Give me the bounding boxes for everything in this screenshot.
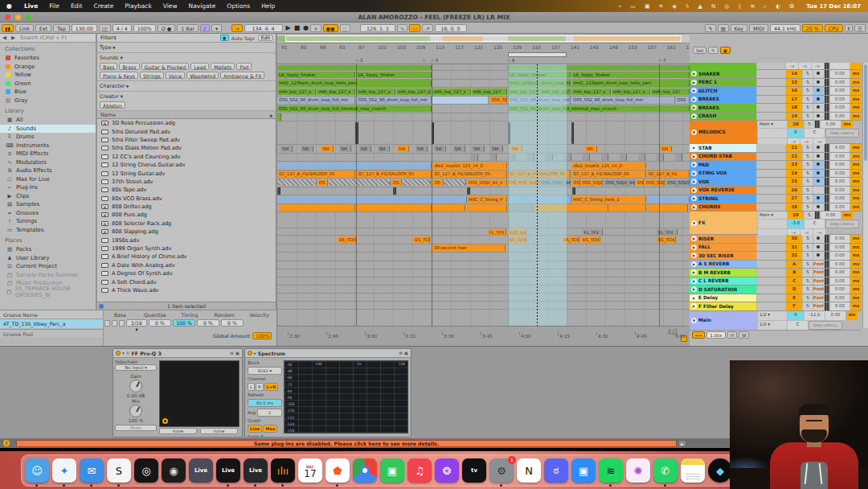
- arrangement-track-row[interactable]: GT_127_B_FILTERLOOP_05GT_127_B_FILTERLOO…: [277, 171, 690, 179]
- sidebar-item-all[interactable]: ▦All: [0, 116, 96, 125]
- overview-viewport[interactable]: [285, 35, 681, 42]
- dock-icon-disc-app[interactable]: ◉: [162, 458, 186, 483]
- arrangement-track-row[interactable]: SMSMSMSMSMSMSMSMSMSMSMSMSMSMSM: [277, 145, 690, 154]
- filter-character-row[interactable]: Character ▸: [97, 81, 276, 92]
- sidebar-item-sounds[interactable]: ♪Sounds: [0, 125, 96, 134]
- name-column-header[interactable]: Name ▲: [97, 111, 276, 119]
- loop-length-field[interactable]: 16. 0. 0: [435, 24, 467, 32]
- arm-button[interactable]: [813, 252, 824, 260]
- post-fader-toggle[interactable]: Post: [813, 294, 824, 302]
- track-row[interactable]: ▶FALL31S0.00ms: [690, 244, 862, 253]
- wrench-icon[interactable]: ✛: [126, 351, 130, 355]
- file-item[interactable]: A Thick Wave.adv: [97, 286, 276, 294]
- dock-icon-facetime[interactable]: ▣: [380, 458, 404, 483]
- solo-button[interactable]: S: [803, 79, 813, 87]
- latency-unit[interactable]: ms: [850, 203, 862, 212]
- clip[interactable]: SM: [585, 146, 597, 153]
- sound-tag[interactable]: Ambience & FX: [220, 72, 264, 79]
- clip[interactable]: SM: [416, 146, 428, 153]
- groove-quantize-field[interactable]: 0 %: [149, 319, 171, 327]
- groove-velocity-field[interactable]: 0 %: [221, 319, 244, 327]
- clip[interactable]: [535, 204, 572, 212]
- fold-icon[interactable]: ▾: [122, 351, 125, 355]
- clip[interactable]: [508, 196, 571, 203]
- place-user-library[interactable]: ♟User Library: [0, 254, 96, 263]
- arm-button[interactable]: [813, 235, 824, 243]
- clip[interactable]: OSS: [676, 97, 690, 104]
- filter-creator-row[interactable]: Creator ▾ Ableton: [97, 92, 276, 111]
- latency-field[interactable]: 0.00: [830, 178, 850, 186]
- latency-unit[interactable]: ms: [841, 212, 853, 219]
- arrangement-track-row[interactable]: FL_TFX123_NoiFL_TFXFL_TFX: [277, 228, 690, 236]
- pan-field[interactable]: C: [788, 321, 808, 330]
- clip[interactable]: rmt1_123bpm_drum_loop_hello: [508, 80, 571, 87]
- track-row[interactable]: ▶STING VOX24S0.00ms: [690, 170, 862, 179]
- clip[interactable]: SM: [359, 146, 371, 153]
- track-row[interactable]: ▶E DelayESPost0.00ms: [690, 294, 862, 303]
- arm-button[interactable]: [813, 144, 824, 152]
- track-name-breaks[interactable]: ▶BREAKS: [690, 104, 756, 112]
- save-groove-icon[interactable]: [112, 320, 117, 327]
- latency-field[interactable]: 0.00: [825, 311, 845, 320]
- arrangement-track-row[interactable]: [277, 294, 690, 302]
- track-name-f-filter-delay[interactable]: ▶F Filter Delay: [690, 302, 756, 310]
- track-row[interactable]: ▼MELODICSMain ▾20S0.00ms 0CKeep Latency …: [690, 121, 862, 144]
- arrangement-track-row[interactable]: ES_TCHES_TCHES_TCHES_TCHES_TCHES_TCH: [277, 236, 690, 244]
- track-row[interactable]: ▶PAD23S0.00ms: [690, 161, 862, 170]
- latency-field[interactable]: 0.00: [830, 277, 850, 286]
- clip[interactable]: [471, 154, 478, 161]
- dock-icon-kaleidoscope[interactable]: ✺: [626, 458, 650, 483]
- place-packs[interactable]: ▧Packs: [0, 245, 96, 254]
- latency-unit[interactable]: ms: [850, 269, 862, 277]
- clip[interactable]: [277, 179, 317, 187]
- diamond-icon[interactable]: ◈: [668, 3, 680, 10]
- automation-arm-button[interactable]: ●●: [323, 24, 338, 32]
- beat-time-ruler[interactable]: 8185899397101105109113117121125129133137…: [277, 44, 690, 52]
- clip[interactable]: [277, 65, 432, 70]
- play-button[interactable]: ▶: [286, 24, 291, 31]
- midi-map-button[interactable]: MIDI: [749, 24, 768, 32]
- dock-icon-apple-tv[interactable]: tv: [462, 458, 486, 483]
- file-item[interactable]: 1950s.adv: [97, 236, 276, 244]
- latency-unit[interactable]: ms: [850, 261, 862, 269]
- arm-button[interactable]: [813, 170, 824, 178]
- clip[interactable]: OSS_SOJD_94_V: [467, 179, 507, 187]
- clip[interactable]: [277, 187, 280, 195]
- track-row[interactable]: ▼Main1/2 ▾0-11.50.00ms1/2 ▾CKeep Latency: [690, 311, 862, 331]
- clip[interactable]: SM: [660, 146, 672, 153]
- dock-icon-safari[interactable]: ✦: [52, 458, 76, 483]
- latency-field[interactable]: 0.00: [830, 235, 850, 243]
- arm-button[interactable]: [813, 79, 824, 87]
- arm-button[interactable]: [813, 203, 824, 212]
- solo-button[interactable]: S: [803, 244, 813, 252]
- clip[interactable]: [571, 122, 574, 144]
- track-row[interactable]: ▶STRING27S0.00ms: [690, 195, 862, 203]
- clip[interactable]: OSS_SS2_90_drum_loop_full_mi: [508, 97, 571, 104]
- back-icon[interactable]: ◀: [0, 35, 9, 41]
- latency-field[interactable]: 0.00: [830, 87, 850, 95]
- solo-button[interactable]: S: [803, 294, 813, 302]
- collection-yellow[interactable]: Yellow: [0, 71, 96, 80]
- clip[interactable]: 30 second riser: [432, 244, 506, 252]
- link-button[interactable]: Link: [15, 24, 34, 32]
- hot-swap-icon[interactable]: ⊘ ▣: [230, 351, 240, 355]
- volume-field[interactable]: 0: [788, 311, 804, 320]
- clip[interactable]: SM: [280, 146, 293, 153]
- file-item[interactable]: ▦808 Selector Rack.adg: [97, 220, 276, 228]
- dock-icon-chrome[interactable]: [353, 458, 377, 483]
- hamburger-icon[interactable]: ☰: [854, 24, 866, 32]
- notion-status-icon[interactable]: N: [707, 3, 719, 10]
- clip[interactable]: SM: [378, 146, 390, 153]
- track-row[interactable]: ▶BREAKS18S0.00ms: [690, 104, 862, 113]
- clip[interactable]: MXC_C_String_P: [467, 196, 507, 203]
- latency-unit[interactable]: ms: [850, 178, 862, 186]
- bluetooth-icon[interactable]: ᛒ: [734, 3, 745, 10]
- audio-device-icon[interactable]: ⌁: [614, 3, 625, 10]
- arm-button[interactable]: [813, 70, 824, 78]
- ext-button[interactable]: Ext: [35, 24, 51, 32]
- collection-blue[interactable]: Blue: [0, 88, 96, 97]
- sidebar-item-drums[interactable]: ⠿Drums: [0, 133, 96, 142]
- sound-tag[interactable]: Piano & Keys: [100, 72, 138, 79]
- clip[interactable]: GT_127_B_FILTERLOOP_05: [277, 171, 355, 178]
- warning-icon[interactable]: i: [3, 440, 10, 446]
